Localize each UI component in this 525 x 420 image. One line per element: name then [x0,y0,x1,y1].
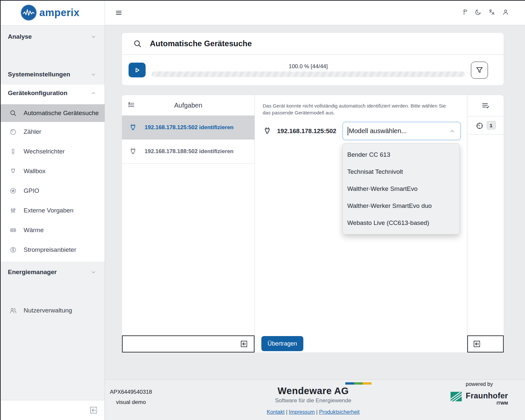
moon-icon[interactable] [475,9,482,16]
company-block: Wendeware AG Software für die Energiewen… [254,382,372,415]
user-icon[interactable] [502,9,509,16]
plug-icon [263,127,272,136]
bar-blue [345,382,354,385]
sidebar-group-geraetekonfiguration[interactable]: Gerätekonfiguration [0,85,105,102]
footer-links: Kontakt | Impressum | Produktsicherheit [254,409,372,415]
link-produktsicherheit[interactable]: Produktsicherheit [319,409,360,415]
dropdown-option[interactable]: Bender CC 613 [343,146,459,163]
text-cursor [348,127,348,135]
sidebar-item-label: Wechselrichter [24,148,65,155]
sidebar-item-wallbox[interactable]: Wallbox [0,161,105,181]
tasks-title: Aufgaben [122,102,254,109]
swap-icon [9,187,17,194]
sidebar-group-analyse[interactable]: Analyse [0,29,105,45]
users-icon [9,307,17,314]
collapse-side-tools-button[interactable] [472,339,481,349]
dropdown-option[interactable]: Webasto Live (CC613-based) [343,214,459,231]
timer-icon[interactable] [475,121,484,130]
page-title: Automatische Gerätesuche [150,39,252,48]
sidebar-item-externe-vorgaben[interactable]: Externe Vorgaben [0,201,105,220]
amperix-app: amperix Analyse Systemeinstellungen Gerä… [0,0,525,420]
filter-button[interactable] [471,62,488,79]
sidebar-item-zaehler[interactable]: Zähler [0,122,105,142]
powered-by-label: powered by [451,381,508,387]
link-separator: | [316,409,317,415]
sidebar-item-label: Wärme [24,227,44,234]
powered-by-block: powered by Fraunhofer [451,381,508,406]
results-list-cell [467,95,504,116]
translate-icon[interactable] [488,9,495,16]
plug-icon [129,147,137,156]
playlist-plus-icon[interactable] [127,101,135,109]
sidebar-group-systemeinstellungen[interactable]: Systemeinstellungen [0,67,105,82]
dropdown-option[interactable]: Walther-Werker SmartEvo duo [343,197,459,214]
combobox-placeholder: Modell auswählen... [349,127,449,135]
link-separator: | [286,409,287,415]
link-kontakt[interactable]: Kontakt [267,409,284,415]
device-row: 192.168.178.125:502 Modell auswählen... [255,122,467,140]
sidebar-item-gpio[interactable]: GPIO [0,181,105,201]
sidebar-item-label: GPIO [24,187,39,194]
side-tools-footer [467,335,504,352]
submit-button[interactable]: Übertragen [261,336,303,351]
model-dropdown: Bender CC 613 Technisat Technivolt Walth… [342,143,460,234]
sidebar-item-nutzerverwaltung[interactable]: Nutzerverwaltung [0,302,105,319]
chevron-down-icon [90,269,97,275]
brand-name: amperix [39,7,79,19]
signpost-icon[interactable] [461,9,468,16]
chevron-down-icon [90,71,97,78]
progress: 100.0 % [44/44] [151,63,465,77]
dropdown-option[interactable]: Technisat Technivolt [343,163,459,180]
sidebar-item-wechselrichter[interactable]: Wechselrichter [0,142,105,161]
sidebar-group-geraetekonfiguration-panel: Gerätekonfiguration Automatische Gerätes… [0,85,105,262]
collapse-sidebar-button[interactable] [89,405,98,415]
sidebar-item-label: Nutzerverwaltung [24,307,72,314]
page-footer: APX6449540318 visual demo Wendeware AG S… [105,379,525,420]
fraunhofer-text: Fraunhofer ITWM [466,391,508,406]
company-name: Wendeware AG [254,386,372,396]
main-area: Automatische Gerätesuche 100.0 % [44/44] [105,0,525,420]
chevron-up-icon [90,90,97,96]
tasks-panel: Aufgaben 192.168.178.125:502 identifizie… [122,95,255,352]
sliders-icon [9,207,17,214]
sidebar: amperix Analyse Systemeinstellungen Gerä… [0,0,105,420]
plug-icon [9,168,17,175]
task-row[interactable]: 192.168.178.188:502 identifizieren [122,140,254,164]
device-search-card: Automatische Gerätesuche 100.0 % [44/44] [122,33,504,85]
search-icon [133,39,142,48]
chevron-up-icon [449,128,456,135]
link-impressum[interactable]: Impressum [289,409,315,415]
start-search-button[interactable] [129,63,146,77]
progress-bar [151,71,465,77]
sidebar-item-strompreisanbieter[interactable]: Strompreisanbieter [0,240,105,260]
meter-icon [9,128,17,135]
wendeware-logo-bar [345,382,372,385]
identification-card: Aufgaben 192.168.178.125:502 identifizie… [122,95,504,352]
device-info: APX6449540318 visual demo [110,389,152,406]
collapse-tasks-button[interactable] [239,339,249,349]
task-row[interactable]: 192.168.178.125:502 identifizieren [122,116,254,140]
amperix-logo-icon [21,5,36,20]
price-icon [9,246,17,253]
sidebar-item-automatische-geraetesuche[interactable]: Automatische Gerätesuche [0,104,105,122]
menu-toggle-button[interactable] [115,9,123,17]
sidebar-item-label: Wallbox [24,168,46,175]
fraunhofer-icon [451,391,463,403]
sidebar-group-energiemanager[interactable]: Energiemanager [0,264,105,280]
playlist-check-icon[interactable] [481,101,490,110]
search-icon [9,110,17,117]
sidebar-item-label: Strompreisanbieter [24,246,76,253]
topbar-icons [461,9,509,16]
dropdown-option[interactable]: Walther-Werke SmartEvo [343,180,459,197]
side-tools-panel: 1 [467,95,504,352]
progress-label: 100.0 % [44/44] [151,63,465,70]
demo-mode-label: visual demo [110,399,152,406]
sidebar-item-waerme[interactable]: Wärme [0,220,105,240]
detail-panel: Das Gerät konnte nicht vollständig autom… [255,95,467,352]
fraunhofer-logo: Fraunhofer ITWM [451,391,508,406]
identification-message: Das Gerät konnte nicht vollständig autom… [255,95,467,116]
model-select-combobox[interactable]: Modell auswählen... [342,122,461,140]
company-tagline: Software für die Energiewende [254,397,372,404]
bar-yellow [363,382,372,385]
sidebar-item-label: Automatische Gerätesuche [24,110,99,117]
